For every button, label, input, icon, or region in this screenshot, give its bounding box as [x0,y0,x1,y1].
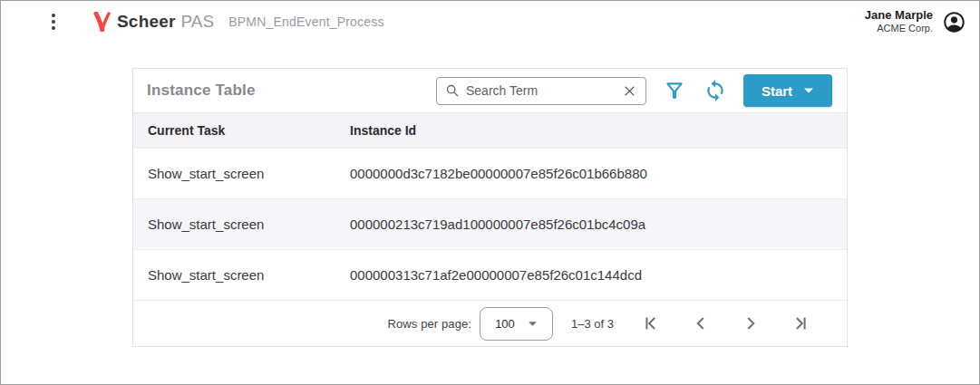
rows-per-page-label: Rows per page: [388,317,471,331]
clear-search-icon[interactable] [621,82,637,99]
chevron-left-icon [691,313,711,333]
kebab-menu-icon[interactable] [44,13,63,31]
cell-current-task: Show_start_screen [133,166,350,181]
brand-name: Scheer [117,12,176,32]
search-input[interactable] [466,83,621,98]
card-toolbar: Instance Table [133,69,847,112]
filter-button[interactable] [662,78,687,103]
breadcrumb: BPMN_EndEvent_Process [228,14,384,29]
card-title: Instance Table [147,82,436,100]
refresh-icon [703,79,727,102]
table-row[interactable]: Show_start_screen 0000000d3c7182be000000… [133,148,847,198]
account-circle-icon[interactable] [942,10,966,34]
cell-instance-id: 000000213c719ad100000007e85f26c01bc4c09a [350,217,847,232]
table-header-row: Current Task Instance Id [133,112,847,148]
app-window: Scheer PAS BPMN_EndEvent_Process Jane Ma… [0,0,980,385]
column-header-instance-id[interactable]: Instance Id [350,123,847,138]
next-page-button[interactable] [741,313,761,333]
rows-per-page-select[interactable]: 100 [480,307,553,341]
chevron-down-icon [803,87,814,94]
last-page-icon [791,313,810,333]
user-block: Jane Marple ACME Corp. [865,8,933,35]
filter-icon [663,79,686,102]
last-page-button[interactable] [791,313,810,333]
scheer-logo-icon [93,12,112,32]
brand-suffix: PAS [181,12,215,32]
first-page-button[interactable] [641,313,661,333]
start-button[interactable]: Start [743,74,832,107]
search-icon [445,83,460,98]
rows-per-page-value: 100 [495,317,515,331]
cell-current-task: Show_start_screen [133,267,350,283]
user-name: Jane Marple [865,8,933,23]
first-page-icon [641,313,661,333]
pagination-nav [641,313,810,333]
cell-current-task: Show_start_screen [133,217,350,232]
instance-table-card: Instance Table [132,68,848,347]
user-company: ACME Corp. [865,23,933,35]
cell-instance-id: 0000000d3c7182be00000007e85f26c01b66b880 [350,166,847,181]
refresh-button[interactable] [703,78,728,103]
pagination-range: 1–3 of 3 [571,317,614,331]
table-row[interactable]: Show_start_screen 000000213c719ad1000000… [133,198,847,249]
search-box [436,77,646,105]
chevron-right-icon [741,313,761,333]
column-header-current-task[interactable]: Current Task [133,123,350,138]
app-header: Scheer PAS BPMN_EndEvent_Process Jane Ma… [1,1,979,43]
start-button-label: Start [762,83,792,99]
table-footer: Rows per page: 100 1–3 of 3 [133,300,847,346]
previous-page-button[interactable] [691,313,711,333]
brand-logo: Scheer PAS [93,12,214,32]
table-row[interactable]: Show_start_screen 000000313c71af2e000000… [133,249,847,300]
cell-instance-id: 000000313c71af2e00000007e85f26c01c144dcd [350,267,847,283]
select-caret-icon [528,321,538,327]
